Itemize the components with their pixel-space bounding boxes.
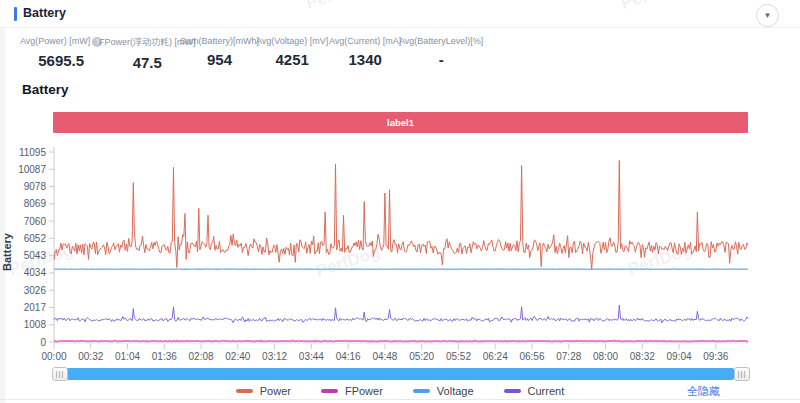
y-tick-label: 10087 — [18, 164, 46, 175]
watermark: PerfDog — [304, 0, 373, 14]
stat-avg-power: Avg(Power) [mW]? 5695.5 — [20, 36, 102, 69]
voltage-swatch-icon — [413, 389, 430, 393]
x-tick-label: 06:24 — [483, 351, 508, 362]
battery-panel: PerfDog PerfDog PerfDog PerfDog PerfDog … — [0, 0, 800, 403]
x-tick-label: 04:16 — [336, 351, 361, 362]
legend-label: Current — [528, 385, 565, 397]
y-tick-label: 0 — [40, 337, 46, 348]
y-tick-label: 4034 — [24, 267, 47, 278]
x-tick-label: 02:08 — [189, 351, 214, 362]
y-tick-label: 3026 — [24, 285, 47, 296]
header-divider — [0, 27, 800, 28]
legend-item-power[interactable]: Power — [236, 385, 291, 397]
x-tick-label: 02:40 — [225, 351, 250, 362]
series-fpower[interactable] — [54, 341, 748, 342]
x-tick-label: 05:20 — [409, 351, 434, 362]
scrollbar-left-handle[interactable]: ||| — [52, 367, 68, 381]
stat-sum-battery: Sum(Battery)[mWh] 954 — [180, 36, 259, 68]
stat-label: Avg(Current) [mA] — [329, 36, 401, 46]
collapse-button[interactable]: ▼ — [756, 4, 779, 27]
y-tick-label: 9078 — [24, 181, 47, 192]
legend-item-fpower[interactable]: FPower — [321, 385, 383, 397]
label1-banner[interactable]: label1 — [53, 112, 748, 133]
stat-value: - — [399, 51, 483, 68]
chevron-down-icon: ▼ — [764, 11, 772, 20]
legend-label: FPower — [345, 385, 383, 397]
x-tick-label: 08:32 — [630, 351, 655, 362]
bottom-divider — [0, 399, 800, 400]
x-tick-label: 01:04 — [115, 351, 140, 362]
stat-value: 5695.5 — [20, 52, 102, 69]
legend-item-voltage[interactable]: Voltage — [413, 385, 474, 397]
x-tick-label: 07:28 — [556, 351, 581, 362]
x-tick-label: 03:12 — [262, 351, 287, 362]
y-tick-label: 2017 — [24, 302, 47, 313]
x-tick-label: 06:56 — [519, 351, 544, 362]
y-tick-label: 1008 — [24, 319, 47, 330]
fpower-swatch-icon — [321, 389, 338, 393]
series-power[interactable] — [54, 161, 748, 270]
x-tick-label: 00:00 — [41, 351, 66, 362]
legend-label: Power — [260, 385, 291, 397]
power-swatch-icon — [236, 389, 253, 393]
header-accent-bar — [14, 7, 17, 21]
stat-avg-current: Avg(Current) [mA] 1340 — [329, 36, 401, 68]
stat-label: Avg(Voltage) [mV] — [256, 36, 328, 46]
stat-label: Avg(BatteryLevel)[%] — [399, 36, 483, 46]
x-tick-label: 03:44 — [299, 351, 324, 362]
legend-label: Voltage — [437, 385, 474, 397]
x-tick-label: 00:32 — [78, 351, 103, 362]
stat-avg-battery-level: Avg(BatteryLevel)[%] - — [399, 36, 483, 68]
watermark: PerfDog — [619, 0, 688, 14]
legend-item-current[interactable]: Current — [504, 385, 565, 397]
stat-label: Avg(Power) [mW] — [20, 36, 90, 46]
x-tick-label: 04:48 — [372, 351, 397, 362]
x-tick-label: 05:52 — [446, 351, 471, 362]
stat-value: 954 — [180, 51, 259, 68]
stat-avg-voltage: Avg(Voltage) [mV] 4251 — [256, 36, 328, 68]
x-tick-label: 01:36 — [152, 351, 177, 362]
y-tick-label: 8069 — [24, 198, 47, 209]
y-axis-title: Battery — [1, 232, 13, 271]
current-swatch-icon — [504, 389, 521, 393]
y-tick-label: 6052 — [24, 233, 47, 244]
battery-chart[interactable]: 0100820173026403450436052706080699078100… — [0, 140, 800, 368]
scrollbar-right-handle[interactable]: ||| — [734, 367, 750, 381]
x-tick-label: 09:04 — [667, 351, 692, 362]
y-tick-label: 11095 — [19, 147, 47, 158]
hide-all-link[interactable]: 全隐藏 — [687, 384, 720, 399]
x-tick-label: 08:00 — [593, 351, 618, 362]
stat-value: 4251 — [256, 51, 328, 68]
y-tick-label: 7060 — [24, 216, 47, 227]
stat-label: Sum(Battery)[mWh] — [180, 36, 259, 46]
section-title: Battery — [22, 82, 69, 97]
scrollbar-track[interactable] — [66, 368, 734, 380]
x-tick-label: 09:36 — [703, 351, 728, 362]
panel-title: Battery — [23, 6, 66, 20]
y-tick-label: 5043 — [24, 250, 47, 261]
chart-legend: Power FPower Voltage Current — [0, 383, 800, 398]
stat-value: 1340 — [329, 51, 401, 68]
series-current[interactable] — [54, 305, 748, 323]
